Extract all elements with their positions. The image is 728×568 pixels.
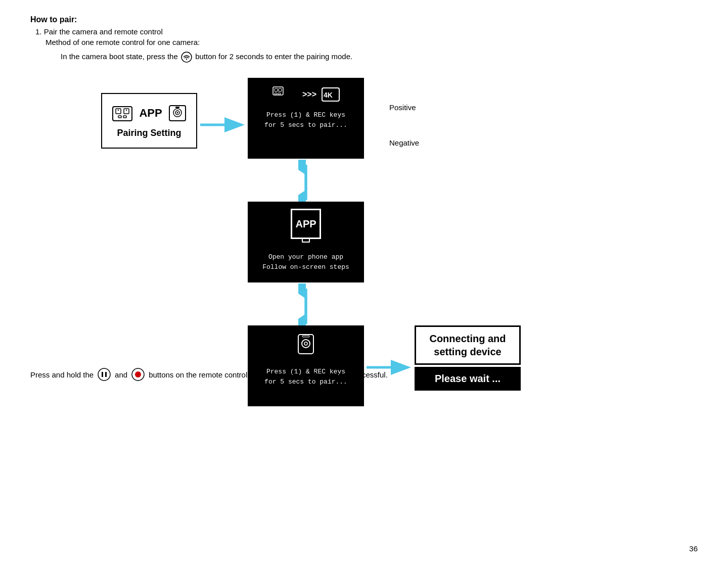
screen-box-1: >>> 4K Press (1) & REC keys for 5 secs t… [248, 78, 364, 159]
svg-rect-13 [175, 107, 179, 108]
svg-point-28 [304, 342, 307, 345]
svg-rect-6 [126, 110, 127, 111]
svg-rect-3 [116, 109, 121, 114]
app-label: APP [139, 107, 162, 120]
arrow-right-1 [200, 117, 246, 132]
svg-rect-26 [298, 335, 313, 354]
record-icon [131, 368, 145, 381]
pairing-setting-label: Pairing Setting [117, 128, 181, 138]
svg-rect-29 [302, 336, 309, 337]
screen1-device-icon [272, 85, 297, 104]
positive-label: Positive [389, 103, 416, 112]
svg-rect-4 [118, 110, 119, 111]
svg-rect-7 [118, 116, 121, 118]
app-text: APP [295, 218, 316, 230]
screen-box-2: APP Open your phone app Follow on-screen… [248, 202, 364, 282]
connecting-box: Connecting and setting device Please wai… [415, 325, 521, 391]
svg-rect-5 [124, 109, 129, 114]
svg-rect-18 [275, 93, 277, 94]
arrow-vertical-2 [298, 283, 313, 329]
svg-rect-16 [275, 88, 278, 91]
screen2-texts: Open your phone app Follow on-screen ste… [262, 252, 349, 272]
svg-rect-33 [105, 372, 107, 377]
screen2-line2: Follow on-screen steps [262, 262, 349, 272]
pairing-icons-row: APP [112, 104, 186, 123]
svg-rect-8 [123, 116, 126, 118]
pairing-setting-box: APP Pairing Setting [101, 93, 197, 149]
screen3-icon [293, 333, 318, 360]
wifi-pairing-icon [181, 52, 192, 63]
arrow-symbol: >>> [302, 90, 316, 99]
negative-label: Negative [389, 138, 419, 147]
page-container: How to pair: 1. Pair the camera and remo… [0, 0, 728, 447]
pause-icon [98, 368, 111, 381]
svg-rect-19 [278, 93, 281, 94]
camera-right-icon [168, 104, 187, 123]
4k-icon: 4K [322, 87, 340, 102]
svg-point-1 [186, 59, 187, 60]
connecting-top: Connecting and setting device [415, 325, 521, 365]
step-1-text: 1. Pair the camera and remote control [35, 27, 698, 36]
connecting-bottom: Please wait ... [415, 367, 521, 391]
camera-left-icon [112, 104, 133, 123]
screen-box-3: Press (1) & REC keys for 5 secs to pair.… [248, 325, 364, 406]
method-text: Method of one remote control for one cam… [46, 38, 698, 46]
svg-rect-32 [102, 372, 103, 377]
svg-point-12 [176, 112, 178, 113]
screen3-device-svg [293, 333, 318, 358]
svg-point-31 [98, 368, 110, 381]
page-title: How to pair: [30, 15, 698, 24]
svg-rect-17 [279, 88, 282, 91]
screen-box-1-icons: >>> 4K [272, 85, 340, 104]
boot-state-text: In the camera boot state, press the butt… [61, 52, 698, 63]
bottom-text: Press and hold the and buttons on the re… [30, 368, 388, 381]
arrow-vertical-1 [298, 160, 313, 205]
svg-point-35 [135, 371, 141, 377]
screen1-text: Press (1) & REC keys for 5 secs to pair.… [264, 110, 347, 130]
svg-point-27 [302, 340, 310, 348]
screen2-line1: Open your phone app [262, 252, 349, 262]
app-icon-box: APP [291, 209, 321, 239]
svg-text:4K: 4K [324, 91, 333, 99]
page-number: 36 [689, 544, 698, 553]
phone-line [302, 238, 310, 243]
